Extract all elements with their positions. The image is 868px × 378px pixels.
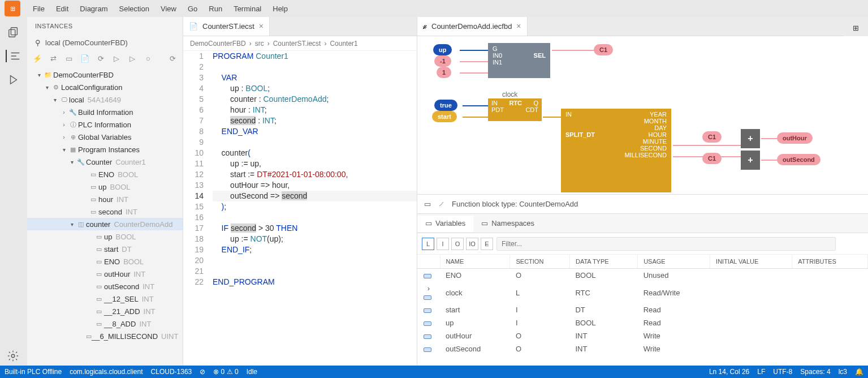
tab-namespaces[interactable]: ▭Namespaces	[473, 216, 542, 231]
menu-diagram[interactable]: Diagram	[74, 2, 113, 15]
status-item[interactable]: Built-in PLC Offline	[5, 368, 62, 376]
status-item[interactable]: lc3	[839, 368, 847, 376]
sel-block[interactable]: G IN0SEL IN1	[488, 43, 550, 78]
t7-icon[interactable]: ▷	[127, 53, 138, 64]
filter-E[interactable]: E	[481, 238, 493, 250]
status-item[interactable]: ⊘	[200, 368, 205, 376]
tree-row[interactable]: ▭outSecondINT	[27, 280, 183, 293]
menu-view[interactable]: View	[155, 2, 182, 15]
status-item[interactable]: 🔔	[855, 368, 863, 376]
t3-icon[interactable]: ▭	[63, 53, 75, 64]
tree-row[interactable]: ▭__8_ADDINT	[27, 317, 183, 330]
tree-row[interactable]: ▭upBOOL	[27, 230, 183, 243]
menu-run[interactable]: Run	[203, 2, 228, 15]
tree-row[interactable]: ▭__6_MILLISECONDUINT	[27, 330, 183, 342]
var-row[interactable]: › clockLRTCRead/Write	[417, 282, 868, 303]
tab-counterdemoadd[interactable]: ⸙ CounterDemoAdd.iecfbd ×	[417, 17, 528, 36]
breadcrumb[interactable]: DemoCounterFBD›src›CounterST.iecst›Count…	[183, 36, 417, 51]
rtc-block[interactable]: INRTCQ PDTCDT	[488, 98, 542, 121]
close-icon[interactable]: ×	[516, 22, 521, 31]
status-item[interactable]: Idle	[247, 368, 257, 376]
menu-help[interactable]: Help	[267, 2, 293, 15]
tree-row[interactable]: ▾🔧CounterCounter1	[27, 156, 183, 168]
status-item[interactable]: UTF-8	[773, 368, 792, 376]
var-row[interactable]: outSecondOINTWrite	[417, 342, 868, 355]
tree-row[interactable]: ▭upBOOL	[27, 181, 183, 193]
refresh-icon[interactable]: ⟳	[167, 53, 178, 64]
plug-icon[interactable]: ⚡	[32, 53, 43, 64]
tree-row[interactable]: ▭__12_SELINT	[27, 293, 183, 305]
filter-I[interactable]: I	[437, 238, 449, 250]
filter-input[interactable]	[496, 237, 836, 251]
tree-row[interactable]: ▭outHourINT	[27, 268, 183, 280]
status-item[interactable]: CLOUD-1363	[151, 368, 192, 376]
filter-L[interactable]: L	[422, 238, 434, 250]
pin-c1c: C1	[702, 153, 722, 164]
t4-icon[interactable]: 📄	[79, 53, 90, 64]
menu-edit[interactable]: Edit	[50, 2, 74, 15]
pin-m1: -1	[434, 55, 451, 67]
menu-file[interactable]: File	[27, 2, 50, 15]
tree-row[interactable]: ›⊕Global Variables	[27, 131, 183, 143]
menu-go[interactable]: Go	[182, 2, 203, 15]
t2-icon[interactable]: ⇄	[47, 53, 59, 64]
split-block[interactable]: INYEAR MONTH DAY SPLIT_DTHOUR MINUTE SEC…	[561, 109, 671, 192]
tree-row[interactable]: ▭__21_ADDINT	[27, 305, 183, 317]
tree-row[interactable]: ▾📁DemoCounterFBD	[27, 68, 183, 81]
menu-selection[interactable]: Selection	[113, 2, 154, 15]
tree-row[interactable]: ▭hourINT	[27, 193, 183, 205]
menu-terminal[interactable]: Terminal	[228, 2, 267, 15]
filter-O[interactable]: O	[451, 238, 464, 250]
tree-row[interactable]: ▾⚙LocalConfiguration	[27, 81, 183, 93]
var-row[interactable]: startIDTRead	[417, 303, 868, 316]
var-table[interactable]: NAMESECTIONDATA TYPEUSAGEINITIAL VALUEAT…	[417, 255, 868, 366]
sidebar-sub[interactable]: ⚲local (DemoCounterFBD)	[27, 35, 183, 50]
add-block-1[interactable]: +	[741, 129, 760, 148]
status-item[interactable]: com.logicals.cloud.client	[70, 368, 142, 376]
tree-row[interactable]: ▾▦Program Instances	[27, 143, 183, 156]
close-icon[interactable]: ×	[259, 22, 264, 31]
layout-icon[interactable]: ⊞	[843, 17, 868, 36]
status-item[interactable]: Ln 14, Col 26	[709, 368, 749, 376]
svg-rect-0	[11, 28, 17, 35]
tab-variables[interactable]: ▭Variables	[417, 216, 473, 232]
instances-icon[interactable]	[6, 50, 21, 62]
tree-row[interactable]: ▭secondINT	[27, 205, 183, 218]
var-tabs: ▭Variables ▭Namespaces	[417, 214, 868, 233]
t6-icon[interactable]: ▷	[111, 53, 122, 64]
add-block-2[interactable]: +	[741, 151, 760, 170]
tree-row[interactable]: ▭ENOBOOL	[27, 168, 183, 181]
tab-counterst[interactable]: 📄 CounterST.iecst ×	[183, 17, 270, 36]
pin-p1: 1	[437, 67, 451, 78]
tabbar-left: 📄 CounterST.iecst ×	[183, 17, 417, 36]
fbd-canvas[interactable]: up -1 1 G IN0SEL IN1 C1 clock true start…	[417, 36, 868, 195]
status-item[interactable]: ⊗ 0 ⚠ 0	[213, 368, 238, 376]
tree-row[interactable]: ▭ENOBOOL	[27, 255, 183, 268]
rtc-label: clock	[502, 91, 517, 98]
status-item[interactable]: LF	[757, 368, 765, 376]
filter-IO[interactable]: IO	[466, 238, 478, 250]
var-row[interactable]: ENOOBOOLUnused	[417, 269, 868, 282]
rect-icon[interactable]: ▭	[424, 200, 431, 208]
tree-row[interactable]: ›ⓘPLC Information	[27, 118, 183, 131]
cut-icon[interactable]: ⟋	[438, 200, 445, 208]
svg-rect-1	[9, 29, 15, 37]
var-row[interactable]: upIBOOLRead	[417, 316, 868, 329]
status-item[interactable]: Spaces: 4	[800, 368, 830, 376]
var-row[interactable]: outHourOINTWrite	[417, 329, 868, 342]
run-icon[interactable]	[7, 74, 20, 86]
settings-icon[interactable]	[7, 350, 19, 362]
t8-icon[interactable]: ○	[142, 53, 154, 64]
tree-row[interactable]: ›🔧Build Information	[27, 106, 183, 118]
tree-row[interactable]: ▭startDT	[27, 243, 183, 255]
pin-outhour: outHour	[777, 132, 813, 144]
t5-icon[interactable]: ⟳	[95, 53, 106, 64]
sidebar-title: INSTANCES	[27, 17, 183, 35]
pin-true: true	[434, 100, 457, 111]
instance-tree: ▾📁DemoCounterFBD▾⚙LocalConfiguration▾🖵lo…	[27, 66, 183, 366]
tree-row[interactable]: ▾◫counterCounterDemoAdd	[27, 218, 183, 230]
copy-icon[interactable]	[7, 26, 20, 38]
tree-row[interactable]: ▾🖵local54A14649	[27, 93, 183, 106]
code-editor[interactable]: 12345678910111213141516171819202122 PROG…	[183, 51, 417, 366]
side-toolbar: ⚡⇄▭📄⟳▷▷○ ⟳	[27, 50, 183, 66]
